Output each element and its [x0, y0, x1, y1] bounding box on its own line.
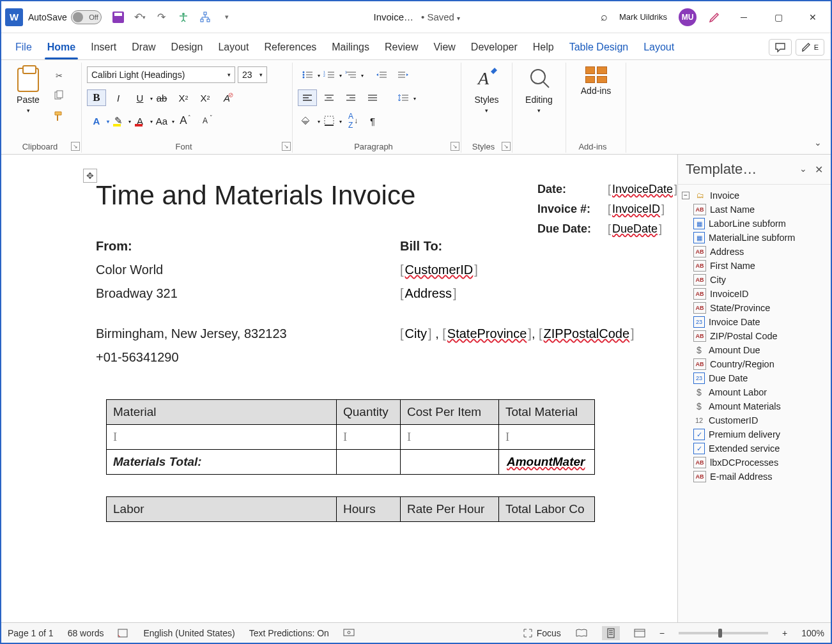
decrease-indent-button[interactable] — [372, 66, 391, 83]
tab-file[interactable]: File — [8, 36, 40, 59]
display-settings-icon[interactable] — [343, 628, 355, 638]
text-predictions[interactable]: Text Predictions: On — [249, 628, 329, 638]
sort-button[interactable]: AZ↓ — [341, 112, 360, 129]
state-placeholder[interactable]: StateProvince — [446, 326, 528, 341]
collapse-icon[interactable]: − — [682, 192, 689, 199]
col-labor[interactable]: Labor — [107, 497, 337, 522]
tab-draw[interactable]: Draw — [124, 36, 163, 59]
shading-button[interactable]: ▾ — [298, 112, 317, 129]
tree-item[interactable]: ABE-mail Address — [681, 470, 828, 484]
save-status[interactable]: • Saved ▾ — [421, 12, 460, 22]
tree-item[interactable]: ✓Premium delivery — [681, 427, 828, 441]
tab-review[interactable]: Review — [377, 36, 426, 59]
tree-item[interactable]: ABZIP/Postal Code — [681, 329, 828, 343]
bullets-button[interactable]: ▾ — [298, 66, 317, 83]
addins-button[interactable]: Add-ins — [581, 65, 611, 96]
pane-menu-icon[interactable]: ⌄ — [799, 164, 807, 176]
city-placeholder[interactable]: City — [404, 326, 428, 341]
cut-button[interactable]: ✂ — [50, 68, 68, 83]
tab-mailings[interactable]: Mailings — [324, 36, 377, 59]
field-tree[interactable]: − 🗂 Invoice ABLast Name▦LaborLine subfor… — [678, 185, 831, 622]
language-indicator[interactable]: English (United States) — [143, 628, 235, 638]
styles-button[interactable]: A Styles▾ — [474, 65, 498, 114]
bold-button[interactable]: B — [87, 89, 106, 106]
multilevel-button[interactable]: 1▾ — [341, 66, 360, 83]
tab-layout-context[interactable]: Layout — [636, 36, 682, 59]
shrink-font-button[interactable]: A˅ — [196, 112, 215, 129]
comments-button[interactable] — [769, 39, 792, 56]
tab-insert[interactable]: Insert — [83, 36, 124, 59]
borders-button[interactable]: ▾ — [320, 112, 339, 129]
tree-root[interactable]: − 🗂 Invoice — [681, 188, 828, 203]
invoice-no-placeholder[interactable]: InvoiceID — [611, 203, 661, 216]
tree-item[interactable]: 23Due Date — [681, 371, 828, 385]
clear-format-button[interactable]: A⊘ — [217, 89, 236, 106]
col-total-lab[interactable]: Total Labor Co — [499, 497, 595, 522]
table-row[interactable]: IIII — [107, 425, 595, 450]
tab-home[interactable]: Home — [40, 36, 83, 59]
document-name[interactable]: Invoice… — [373, 12, 413, 22]
tree-item[interactable]: ▦LaborLine subform — [681, 217, 828, 231]
tree-item[interactable]: 23Invoice Date — [681, 315, 828, 329]
show-marks-button[interactable]: ¶ — [363, 112, 382, 129]
from-phone[interactable]: +01-56341290 — [96, 350, 400, 365]
italic-button[interactable]: I — [109, 89, 128, 106]
tree-item[interactable]: $Amount Labor — [681, 385, 828, 399]
address-placeholder[interactable]: Address — [404, 286, 453, 301]
close-button[interactable]: ✕ — [801, 8, 824, 27]
tab-table-design[interactable]: Table Design — [562, 36, 636, 59]
grow-font-button[interactable]: A˄ — [174, 112, 193, 129]
save-icon[interactable] — [112, 11, 125, 24]
read-mode-icon[interactable] — [575, 628, 588, 638]
copy-button[interactable] — [50, 88, 68, 103]
font-color-button[interactable]: A▾ — [130, 112, 150, 129]
customer-placeholder[interactable]: CustomerID — [404, 263, 475, 277]
tree-item[interactable]: ABState/Province — [681, 301, 828, 315]
format-painter-button[interactable] — [50, 109, 68, 124]
highlight-button[interactable]: ✎▾ — [109, 112, 128, 129]
superscript-button[interactable]: X2 — [196, 89, 215, 106]
justify-button[interactable] — [363, 89, 382, 106]
tree-item[interactable]: ABAddress — [681, 245, 828, 259]
page-indicator[interactable]: Page 1 of 1 — [8, 628, 54, 638]
align-right-button[interactable] — [341, 89, 360, 106]
col-cost[interactable]: Cost Per Item — [401, 400, 499, 425]
clipboard-launcher-icon[interactable]: ↘ — [71, 142, 80, 151]
tree-item[interactable]: ABLast Name — [681, 203, 828, 217]
pane-close-icon[interactable]: ✕ — [815, 164, 823, 176]
align-left-button[interactable] — [298, 89, 317, 106]
maximize-button[interactable]: ▢ — [767, 8, 790, 27]
focus-button[interactable]: Focus — [523, 628, 561, 638]
due-date-placeholder[interactable]: DueDate — [611, 222, 659, 236]
editing-mode-button[interactable]: E — [796, 39, 824, 56]
line-spacing-button[interactable]: ▾ — [394, 89, 413, 106]
col-total-mat[interactable]: Total Material — [499, 400, 595, 425]
underline-button[interactable]: U▾ — [130, 89, 150, 106]
from-cityline[interactable]: Birmingham, New Jersey, 832123 — [96, 326, 400, 341]
pen-icon[interactable] — [708, 11, 721, 24]
tree-item[interactable]: ▦MaterialLine subform — [681, 231, 828, 245]
tree-item[interactable]: $Amount Materials — [681, 399, 828, 413]
amount-mat-placeholder[interactable]: AmountMater — [505, 455, 586, 469]
styles-launcher-icon[interactable]: ↘ — [502, 142, 511, 151]
tab-design[interactable]: Design — [164, 36, 211, 59]
tab-developer[interactable]: Developer — [463, 36, 525, 59]
col-hours[interactable]: Hours — [337, 497, 401, 522]
tree-item[interactable]: 12CustomerID — [681, 413, 828, 427]
text-effects-button[interactable]: A▾ — [87, 112, 106, 129]
user-name[interactable]: Mark Uildriks — [619, 12, 667, 22]
toggle-icon[interactable]: Off — [71, 10, 102, 24]
strikethrough-button[interactable]: ab — [152, 89, 171, 106]
undo-icon[interactable]: ↶▾ — [134, 11, 146, 24]
paste-button[interactable]: Paste ▾ — [10, 65, 46, 124]
tab-layout[interactable]: Layout — [210, 36, 256, 59]
redo-icon[interactable]: ↷ — [155, 11, 168, 24]
font-launcher-icon[interactable]: ↘ — [282, 142, 291, 151]
paragraph-launcher-icon[interactable]: ↘ — [451, 142, 459, 151]
tab-references[interactable]: References — [256, 36, 324, 59]
autosave-toggle[interactable]: AutoSave Off — [28, 10, 102, 24]
tree-item[interactable]: ABlbxDCProcesses — [681, 456, 828, 470]
tree-item[interactable]: ✓Extended service — [681, 441, 828, 456]
document-area[interactable]: ✥ Date: [InvoiceDate] Invoice #: [Invoic… — [1, 155, 677, 622]
org-chart-icon[interactable] — [199, 11, 212, 24]
